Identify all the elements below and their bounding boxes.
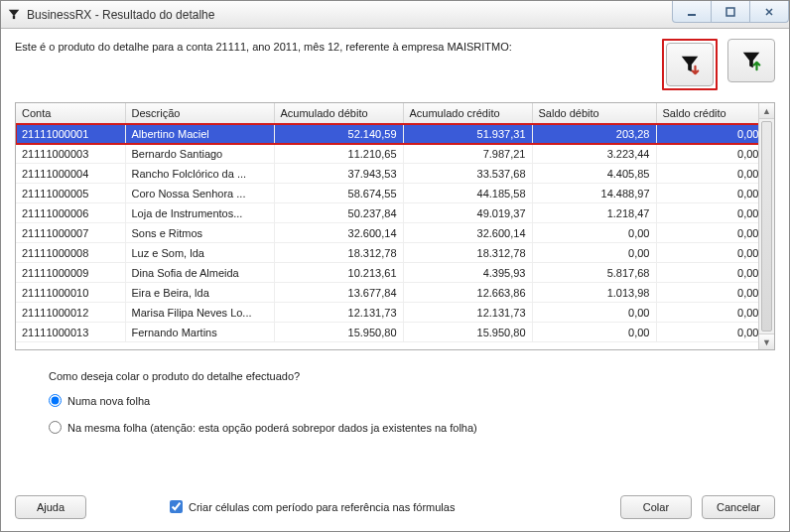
cell-desc[interactable]: Dina Sofia de Almeida (125, 263, 274, 283)
cell-sd[interactable]: 1.013,98 (532, 283, 656, 303)
maximize-button[interactable] (711, 1, 750, 23)
cell-ad[interactable]: 15.950,80 (274, 323, 403, 342)
minimize-button[interactable] (672, 1, 712, 23)
cell-sc[interactable]: 0,00 (656, 144, 758, 164)
cell-sc[interactable]: 0,00 (656, 263, 758, 283)
cell-ac[interactable]: 12.131,73 (403, 303, 532, 323)
cell-desc[interactable]: Marisa Filipa Neves Lo... (125, 303, 274, 323)
cell-sd[interactable]: 0,00 (532, 323, 656, 342)
table-row[interactable]: 21111000003Bernardo Santiago11.210,657.9… (16, 144, 758, 164)
cell-ac[interactable]: 33.537,68 (403, 164, 532, 184)
cell-conta[interactable]: 21111000005 (16, 184, 125, 203)
cell-conta[interactable]: 21111000003 (16, 144, 125, 164)
cell-ac[interactable]: 44.185,58 (403, 184, 532, 203)
radio-same-sheet-input[interactable] (49, 421, 62, 434)
cell-desc[interactable]: Coro Nossa Senhora ... (125, 184, 274, 203)
cell-sc[interactable]: 0,00 (656, 184, 758, 203)
cell-sd[interactable]: 203,28 (532, 124, 656, 144)
cell-desc[interactable]: Rancho Folclórico da ... (125, 164, 274, 184)
cell-sc[interactable]: 0,00 (656, 124, 758, 144)
filter-add-button[interactable] (727, 39, 775, 82)
col-acum-debito[interactable]: Acumulado débito (274, 103, 403, 124)
cell-sd[interactable]: 0,00 (532, 303, 656, 323)
scroll-thumb[interactable] (761, 121, 772, 332)
cell-conta[interactable]: 21111000010 (16, 283, 125, 303)
cell-sc[interactable]: 0,00 (656, 323, 758, 342)
cell-ac[interactable]: 15.950,80 (403, 323, 532, 342)
cell-ad[interactable]: 18.312,78 (274, 243, 403, 263)
radio-new-sheet-input[interactable] (49, 394, 62, 407)
cell-ad[interactable]: 37.943,53 (274, 164, 403, 184)
cell-ad[interactable]: 52.140,59 (274, 124, 403, 144)
cell-desc[interactable]: Eira e Beira, lda (125, 283, 274, 303)
cell-sd[interactable]: 0,00 (532, 223, 656, 243)
cell-sd[interactable]: 0,00 (532, 243, 656, 263)
cell-sc[interactable]: 0,00 (656, 303, 758, 323)
cell-sc[interactable]: 0,00 (656, 223, 758, 243)
cell-ac[interactable]: 7.987,21 (403, 144, 532, 164)
results-table[interactable]: Conta Descrição Acumulado débito Acumula… (16, 103, 758, 342)
radio-same-sheet[interactable]: Na mesma folha (atenção: esta opção pode… (49, 421, 775, 434)
close-button[interactable] (749, 1, 789, 23)
cell-sc[interactable]: 0,00 (656, 164, 758, 184)
cell-sd[interactable]: 1.218,47 (532, 203, 656, 223)
cell-conta[interactable]: 21111000007 (16, 223, 125, 243)
cell-desc[interactable]: Loja de Instrumentos... (125, 203, 274, 223)
table-row[interactable]: 21111000013Fernando Martins15.950,8015.9… (16, 323, 758, 342)
help-button[interactable]: Ajuda (15, 495, 86, 519)
col-acum-credito[interactable]: Acumulado crédito (403, 103, 532, 124)
cell-conta[interactable]: 21111000013 (16, 323, 125, 342)
cell-ad[interactable]: 58.674,55 (274, 184, 403, 203)
table-row[interactable]: 21111000001Albertino Maciel52.140,5951.9… (16, 124, 758, 144)
cell-ac[interactable]: 32.600,14 (403, 223, 532, 243)
col-saldo-debito[interactable]: Saldo débito (532, 103, 656, 124)
cell-sd[interactable]: 5.817,68 (532, 263, 656, 283)
period-cells-checkbox-input[interactable] (170, 500, 183, 513)
cell-ac[interactable]: 51.937,31 (403, 124, 532, 144)
scroll-up-arrow[interactable]: ▲ (759, 103, 774, 119)
cell-ad[interactable]: 50.237,84 (274, 203, 403, 223)
table-row[interactable]: 21111000008Luz e Som, lda18.312,7818.312… (16, 243, 758, 263)
cell-conta[interactable]: 21111000008 (16, 243, 125, 263)
cell-conta[interactable]: 21111000006 (16, 203, 125, 223)
table-row[interactable]: 21111000012Marisa Filipa Neves Lo...12.1… (16, 303, 758, 323)
cell-ac[interactable]: 49.019,37 (403, 203, 532, 223)
cell-conta[interactable]: 21111000001 (16, 124, 125, 144)
table-header-row[interactable]: Conta Descrição Acumulado débito Acumula… (16, 103, 758, 124)
col-conta[interactable]: Conta (16, 103, 125, 124)
cell-ac[interactable]: 18.312,78 (403, 243, 532, 263)
cancel-button[interactable]: Cancelar (702, 495, 775, 519)
cell-conta[interactable]: 21111000009 (16, 263, 125, 283)
scroll-down-arrow[interactable]: ▼ (759, 333, 774, 349)
cell-sd[interactable]: 4.405,85 (532, 164, 656, 184)
cell-desc[interactable]: Fernando Martins (125, 323, 274, 342)
table-row[interactable]: 21111000007Sons e Ritmos32.600,1432.600,… (16, 223, 758, 243)
col-descricao[interactable]: Descrição (125, 103, 274, 124)
cell-ad[interactable]: 12.131,73 (274, 303, 403, 323)
cell-ad[interactable]: 13.677,84 (274, 283, 403, 303)
cell-ac[interactable]: 12.663,86 (403, 283, 532, 303)
paste-button[interactable]: Colar (620, 495, 692, 519)
radio-new-sheet[interactable]: Numa nova folha (49, 394, 775, 407)
table-row[interactable]: 21111000009Dina Sofia de Almeida10.213,6… (16, 263, 758, 283)
cell-conta[interactable]: 21111000004 (16, 164, 125, 184)
cell-sc[interactable]: 0,00 (656, 283, 758, 303)
cell-ac[interactable]: 4.395,93 (403, 263, 532, 283)
cell-sc[interactable]: 0,00 (656, 203, 758, 223)
col-saldo-credito[interactable]: Saldo crédito (656, 103, 758, 124)
vertical-scrollbar[interactable]: ▲ ▼ (758, 103, 774, 349)
cell-desc[interactable]: Bernardo Santiago (125, 144, 274, 164)
filter-remove-button[interactable] (666, 43, 714, 86)
table-row[interactable]: 21111000006Loja de Instrumentos...50.237… (16, 203, 758, 223)
cell-ad[interactable]: 32.600,14 (274, 223, 403, 243)
cell-conta[interactable]: 21111000012 (16, 303, 125, 323)
table-row[interactable]: 21111000010Eira e Beira, lda13.677,8412.… (16, 283, 758, 303)
period-cells-checkbox[interactable]: Criar células com período para referênci… (170, 500, 455, 513)
cell-ad[interactable]: 11.210,65 (274, 144, 403, 164)
cell-desc[interactable]: Albertino Maciel (125, 124, 274, 144)
table-row[interactable]: 21111000005Coro Nossa Senhora ...58.674,… (16, 184, 758, 203)
table-row[interactable]: 21111000004Rancho Folclórico da ...37.94… (16, 164, 758, 184)
cell-sd[interactable]: 14.488,97 (532, 184, 656, 203)
cell-desc[interactable]: Sons e Ritmos (125, 223, 274, 243)
scroll-track[interactable] (759, 119, 774, 333)
